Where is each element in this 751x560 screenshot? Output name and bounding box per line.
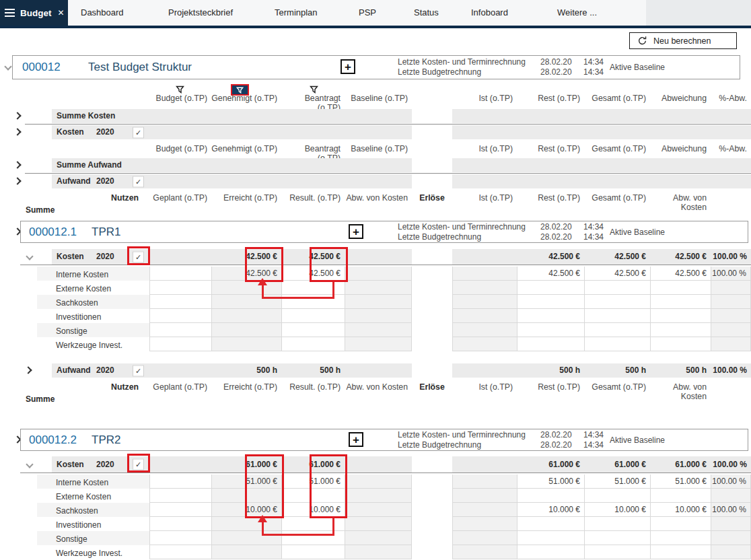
recalculate-button[interactable]: Neu berechnen bbox=[629, 32, 737, 49]
row-label: Kosten bbox=[57, 249, 84, 265]
chevron-right-icon[interactable] bbox=[24, 366, 32, 374]
filter-icon-budget[interactable] bbox=[176, 85, 184, 94]
tab-terminplan[interactable]: Terminplan bbox=[275, 0, 318, 26]
cell bbox=[711, 531, 751, 545]
cell bbox=[452, 517, 517, 531]
chevron-down-icon[interactable] bbox=[26, 460, 33, 468]
nav-right-filler bbox=[646, 0, 751, 26]
row-label: Kosten bbox=[57, 456, 84, 473]
cell bbox=[345, 281, 412, 295]
annotation-arrow-segment bbox=[262, 534, 334, 536]
chevron-right-icon[interactable] bbox=[13, 112, 21, 119]
cell-gesamt: 10.000 € bbox=[584, 503, 650, 517]
col-beantragt[interactable]: Beantragt (o.TP) bbox=[281, 94, 345, 103]
row-label: Externe Kosten bbox=[37, 492, 111, 501]
chevron-right-icon[interactable] bbox=[13, 161, 21, 168]
cell bbox=[452, 323, 517, 337]
cell: Sachkosten bbox=[37, 503, 149, 517]
cell bbox=[0, 249, 37, 265]
col-pabw[interactable]: %-Abw. bbox=[711, 144, 751, 153]
col-budget[interactable]: Budget (o.TP) bbox=[149, 94, 211, 103]
cell bbox=[711, 323, 751, 337]
col-ist[interactable]: Ist (o.TP) bbox=[452, 144, 517, 153]
col-ist[interactable]: Ist (o.TP) bbox=[452, 94, 517, 103]
col-genehmigt[interactable]: Genehmigt (o.TP) bbox=[211, 94, 281, 103]
col-genehmigt[interactable]: Genehmigt (o.TP) bbox=[211, 144, 281, 153]
col-budget[interactable]: Budget (o.TP) bbox=[149, 144, 211, 153]
tab-psp[interactable]: PSP bbox=[359, 0, 376, 26]
checkbox-checked[interactable]: ✓ bbox=[133, 365, 144, 376]
cell bbox=[345, 295, 412, 309]
cell bbox=[281, 174, 345, 188]
cell bbox=[517, 281, 584, 295]
chevron-right-icon[interactable] bbox=[13, 128, 21, 135]
cell bbox=[211, 517, 281, 531]
cell bbox=[0, 456, 37, 473]
tab-dashboard[interactable]: Dashboard bbox=[81, 0, 124, 26]
col-gesamt[interactable]: Gesamt (o.TP) bbox=[584, 94, 650, 103]
project-header: 000012 Test Budget Struktur + Letzte Kos… bbox=[0, 55, 751, 79]
col-ist: Ist (o.TP) bbox=[452, 193, 517, 203]
cell bbox=[149, 489, 211, 503]
kosten-2020-row: Kosten2020✓ bbox=[0, 125, 751, 139]
col-pabw[interactable]: %-Abw. bbox=[711, 94, 751, 103]
subproject-header-tpr2: 000012.2 TPR2 + Letzte Kosten- und Termi… bbox=[0, 429, 751, 451]
filter-icon-beantragt[interactable] bbox=[310, 85, 318, 94]
cell bbox=[0, 475, 37, 489]
add-button[interactable]: + bbox=[349, 432, 363, 447]
meta-label: Letzte Budgetrechnung bbox=[398, 67, 540, 77]
col-rest[interactable]: Rest (o.TP) bbox=[517, 144, 584, 153]
close-icon[interactable]: ✕ bbox=[58, 8, 65, 18]
col-gesamt[interactable]: Gesamt (o.TP) bbox=[584, 144, 650, 153]
meta-time: 14:34 bbox=[583, 222, 612, 232]
col-rest[interactable]: Rest (o.TP) bbox=[517, 94, 584, 103]
cell bbox=[412, 109, 452, 123]
col-abweichung[interactable]: Abweichung bbox=[650, 94, 711, 103]
col-geplant: Geplant (o.TP) bbox=[149, 382, 211, 392]
tab-status[interactable]: Status bbox=[414, 0, 439, 26]
divider bbox=[20, 473, 751, 473]
cell: Summe Aufwand bbox=[37, 158, 149, 172]
tab-weitere[interactable]: Weitere ... bbox=[557, 0, 597, 26]
active-baseline-label: Aktive Baseline bbox=[610, 435, 665, 445]
add-button[interactable]: + bbox=[349, 224, 363, 239]
tab-budget-active[interactable]: Budget ✕ bbox=[0, 0, 68, 26]
cell bbox=[452, 531, 517, 545]
menu-icon[interactable] bbox=[5, 7, 15, 19]
cell bbox=[0, 295, 37, 309]
tab-infoboard[interactable]: Infoboard bbox=[471, 0, 508, 26]
cell bbox=[412, 456, 452, 473]
tpr1-kosten-row: Kosten2020✓ 42.500 € 42.500 € 42.500 € 4… bbox=[0, 249, 751, 265]
row-label: Sonstige bbox=[37, 326, 87, 336]
cell bbox=[711, 517, 751, 531]
cell bbox=[584, 337, 650, 351]
cell bbox=[281, 158, 345, 172]
checkbox-checked[interactable]: ✓ bbox=[133, 127, 144, 138]
add-button[interactable]: + bbox=[341, 59, 355, 74]
col-baseline[interactable]: Baseline (o.TP) bbox=[345, 144, 412, 153]
chevron-down-icon[interactable] bbox=[4, 63, 11, 70]
cell bbox=[345, 475, 412, 489]
subproject-header-box: 000012.1 TPR1 + Letzte Kosten- und Termi… bbox=[20, 221, 748, 243]
checkbox-checked[interactable]: ✓ bbox=[133, 176, 144, 187]
cell bbox=[412, 158, 452, 172]
cell bbox=[211, 158, 281, 172]
tab-projektsteckbrief[interactable]: Projektsteckbrief bbox=[168, 0, 233, 26]
cell: Externe Kosten bbox=[37, 281, 149, 295]
cell bbox=[517, 489, 584, 503]
col-baseline[interactable]: Baseline (o.TP) bbox=[345, 94, 412, 103]
chevron-down-icon[interactable] bbox=[26, 252, 33, 260]
chevron-right-icon[interactable] bbox=[13, 177, 21, 184]
cell bbox=[412, 249, 452, 265]
col-beantragt[interactable]: Beantragt (o.TP) bbox=[281, 144, 345, 153]
table-row: Externe Kosten bbox=[0, 281, 751, 295]
col-abweichung[interactable]: Abweichung bbox=[650, 144, 711, 153]
cell-genehmigt: 500 h bbox=[211, 363, 281, 378]
cell bbox=[650, 281, 711, 295]
cell bbox=[452, 109, 517, 123]
meta-label: Letzte Budgetrechnung bbox=[398, 440, 540, 450]
row-year: 2020 bbox=[96, 125, 114, 139]
cell bbox=[650, 158, 711, 172]
summe-label: Summe bbox=[26, 394, 55, 404]
cell bbox=[452, 249, 517, 265]
